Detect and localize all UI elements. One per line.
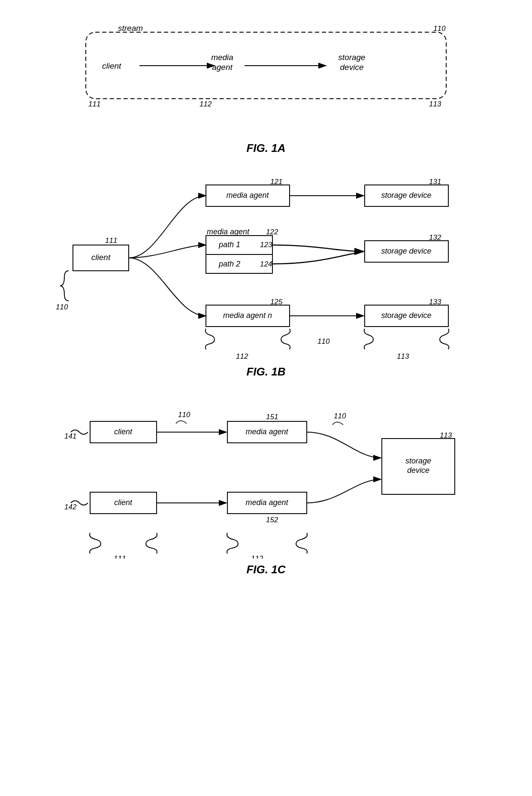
brace1-ref: 110 — [56, 303, 68, 311]
brace3-ref: 110 — [317, 337, 330, 345]
client2-label: client — [114, 498, 133, 507]
storage-device-ref: 113 — [429, 100, 441, 108]
path2-label: path 2 — [218, 260, 240, 268]
storage-device-label2: device — [340, 63, 364, 72]
stream2-ref: 110 — [334, 412, 346, 420]
brace2-ref: 112 — [236, 352, 248, 360]
storage3-ref: 133 — [429, 298, 441, 306]
media-agentn-label: media agent n — [223, 311, 272, 320]
storage-label-1c: storage — [405, 457, 431, 465]
client-label-1b: client — [91, 253, 111, 262]
fig1a-svg: stream 110 client 111 media agent 112 st… — [73, 26, 459, 129]
storage3-label: storage device — [381, 311, 431, 320]
media-agent2-ref: 122 — [266, 228, 278, 236]
brace-agents-ref: 112 — [251, 554, 263, 559]
path1-ref: 123 — [260, 241, 272, 249]
stream-label: stream — [118, 26, 143, 33]
fig1c-title: FIG. 1C — [17, 563, 515, 576]
media-agent1c-label: media agent — [245, 427, 288, 436]
storage2-ref: 132 — [429, 233, 441, 242]
client2-ref: 142 — [64, 503, 77, 511]
storage-device-label: storage — [338, 53, 365, 62]
fig1a-diagram: stream 110 client 111 media agent 112 st… — [73, 26, 459, 137]
storage1-label: storage device — [381, 191, 431, 200]
fig1b-diagram: client 111 media agent 121 media agent 1… — [56, 172, 476, 361]
client1-ref: 141 — [64, 432, 76, 440]
storage-label-2c: device — [407, 466, 429, 475]
fig1b-title: FIG. 1B — [17, 365, 515, 378]
brace4-ref: 113 — [397, 352, 409, 360]
storage-ref-1c: 113 — [440, 431, 452, 439]
fig1a-title: FIG. 1A — [17, 142, 515, 155]
client-ref: 111 — [88, 100, 100, 108]
media-agent2c-label: media agent — [245, 498, 288, 507]
client-label: client — [102, 61, 121, 70]
media-agent1c-ref: 151 — [266, 413, 278, 421]
media-agent1-ref: 121 — [270, 178, 282, 186]
media-agent-label2: agent — [212, 63, 233, 72]
media-agent2-label: media agent — [207, 227, 250, 236]
media-agent2c-ref: 152 — [266, 516, 278, 524]
path2-ref: 124 — [260, 260, 272, 268]
media-agent-ref: 112 — [200, 100, 212, 108]
brace-clients-ref: 111 — [114, 554, 126, 559]
client1-label: client — [114, 427, 133, 436]
path1-label: path 1 — [218, 240, 240, 249]
storage2-label: storage device — [381, 247, 431, 255]
media-agent-label: media — [211, 53, 233, 62]
fig1c-svg: client client 141 142 media agent 151 me… — [56, 396, 476, 559]
media-agent1-label: media agent — [226, 191, 269, 200]
stream-ref: 110 — [433, 26, 446, 33]
stream1-ref: 110 — [178, 411, 190, 419]
fig1b-svg: client 111 media agent 121 media agent 1… — [56, 172, 476, 361]
fig1c-diagram: client client 141 142 media agent 151 me… — [56, 396, 476, 559]
client-ref-1b: 111 — [105, 236, 117, 245]
storage1-ref: 131 — [429, 178, 441, 186]
media-agentn-ref: 125 — [270, 298, 283, 306]
